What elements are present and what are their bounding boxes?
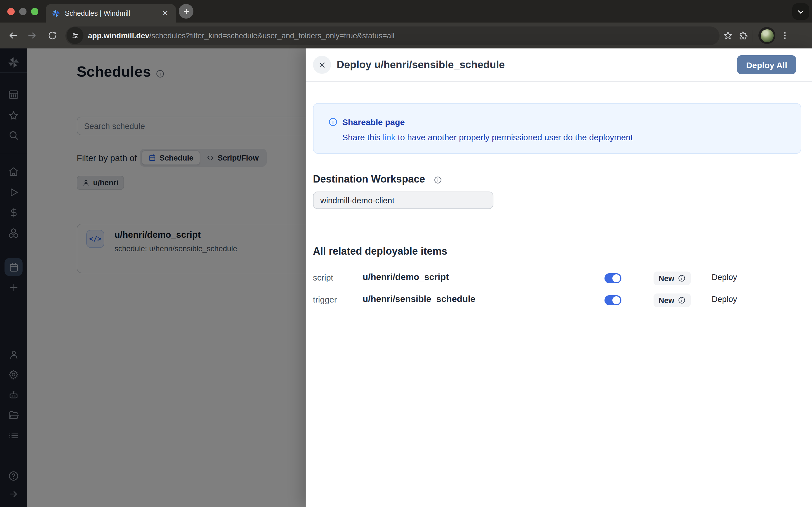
reload-button[interactable]: [44, 27, 61, 44]
deployable-items-heading: All related deployable items: [313, 245, 447, 258]
tune-icon: [71, 31, 79, 40]
shareable-page-infobox: Shareable page Share this link to have a…: [313, 103, 801, 154]
item-enable-toggle[interactable]: [605, 295, 621, 305]
profile-button[interactable]: [758, 27, 775, 44]
new-tab-button[interactable]: [179, 4, 193, 18]
infobox-text: to have another properly permissioned us…: [395, 132, 633, 142]
share-link[interactable]: link: [383, 132, 395, 142]
deploy-all-button[interactable]: Deploy All: [737, 55, 796, 74]
info-icon[interactable]: [678, 274, 686, 282]
browser-menu-icon[interactable]: [780, 31, 790, 40]
deploy-item-button[interactable]: Deploy: [712, 273, 737, 282]
chevron-down-icon: [797, 8, 805, 15]
destination-workspace-input[interactable]: [313, 191, 493, 209]
badge-label: New: [659, 296, 674, 304]
url-domain: app.windmill.dev: [88, 31, 149, 40]
info-icon: [328, 117, 338, 127]
browser-tab-bar: Schedules | Windmill ✕: [0, 0, 812, 22]
reload-icon: [48, 31, 57, 40]
address-bar[interactable]: app.windmill.dev/schedules?filter_kind=s…: [65, 26, 719, 45]
deploy-drawer: Deploy u/henri/sensible_schedule Deploy …: [306, 48, 812, 507]
forward-button[interactable]: [24, 27, 41, 44]
item-kind: script: [313, 273, 333, 282]
toggle-knob: [612, 274, 620, 282]
infobox-title: Shareable page: [342, 117, 405, 127]
toolbar-divider: [753, 30, 753, 41]
traffic-light-zoom[interactable]: [31, 8, 38, 15]
forward-arrow-icon: [27, 31, 37, 41]
web-content: Schedules Filter by path of Schedule: [0, 48, 812, 507]
tab-search-button[interactable]: [792, 3, 809, 20]
destination-workspace-heading: Destination Workspace: [313, 173, 425, 185]
bookmark-star-icon[interactable]: [723, 31, 733, 41]
url-path: /schedules?filter_kind=schedule&user_and…: [149, 31, 395, 40]
windmill-favicon: [51, 9, 60, 18]
deploy-item-button[interactable]: Deploy: [712, 295, 737, 304]
drawer-header-divider: [306, 81, 812, 82]
infobox-text: Share this: [342, 132, 383, 142]
traffic-light-minimize[interactable]: [19, 8, 27, 15]
deployable-row-script: script u/henri/demo_script New Deploy: [306, 270, 812, 287]
close-icon: [318, 61, 326, 68]
tab-title: Schedules | Windmill: [65, 9, 160, 17]
item-kind: trigger: [313, 295, 337, 304]
deployable-row-trigger: trigger u/henri/sensible_schedule New De…: [306, 292, 812, 309]
browser-tab[interactable]: Schedules | Windmill ✕: [46, 4, 176, 22]
item-path: u/henri/demo_script: [363, 272, 449, 282]
item-enable-toggle[interactable]: [605, 273, 621, 283]
screen: Schedules | Windmill ✕: [0, 0, 812, 507]
browser-toolbar: app.windmill.dev/schedules?filter_kind=s…: [0, 22, 812, 48]
drawer-close-button[interactable]: [313, 56, 331, 74]
tab-close-icon[interactable]: ✕: [160, 8, 170, 18]
item-path: u/henri/sensible_schedule: [363, 294, 475, 304]
drawer-title: Deploy u/henri/sensible_schedule: [337, 59, 505, 71]
extensions-puzzle-icon[interactable]: [738, 31, 748, 40]
url-text: app.windmill.dev/schedules?filter_kind=s…: [88, 31, 395, 40]
back-arrow-icon: [8, 31, 18, 41]
info-icon[interactable]: [434, 176, 442, 184]
traffic-light-close[interactable]: [7, 8, 15, 15]
toggle-knob: [612, 296, 620, 304]
info-icon[interactable]: [678, 296, 686, 304]
infobox-body: Share this link to have another properly…: [342, 132, 633, 142]
item-status-badge: New: [654, 293, 691, 307]
toolbar-right: [723, 27, 790, 44]
back-button[interactable]: [4, 27, 21, 44]
badge-label: New: [659, 274, 674, 283]
item-status-badge: New: [654, 272, 691, 285]
avatar: [760, 29, 773, 42]
site-settings-button[interactable]: [66, 27, 84, 44]
modal-overlay[interactable]: [0, 48, 306, 507]
plus-icon: [183, 8, 190, 15]
